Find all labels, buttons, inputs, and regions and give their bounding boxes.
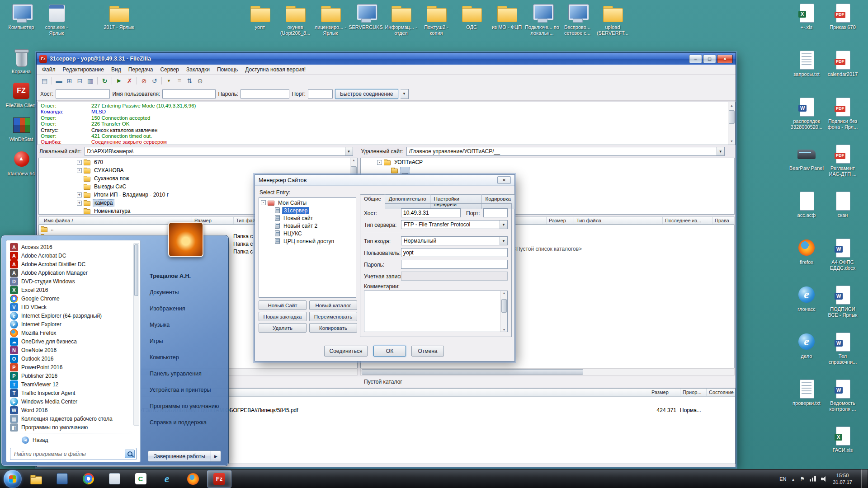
hidden-icons-chevron[interactable] — [791, 476, 795, 482]
show-desktop-button[interactable] — [861, 469, 867, 488]
desktop-icon[interactable]: ПОДПИСИ ВСЕ - Ярлык — [825, 285, 860, 332]
start-menu-place[interactable]: Устройства и принтеры — [143, 382, 226, 398]
desktop-icon[interactable]: IrfanView 64 — [4, 149, 39, 177]
desktop-icon[interactable]: из МО - ФЦП — [489, 3, 524, 36]
taskbar-button[interactable] — [181, 470, 205, 488]
clock[interactable]: 15:50 31.07.17 — [833, 472, 852, 485]
toolbar-button[interactable] — [110, 76, 114, 86]
local-site-combo[interactable]: D:\АРХИВ\камера\ ▼ — [85, 147, 353, 156]
column-header[interactable]: Приор... — [680, 389, 702, 396]
maximize-button[interactable]: □ — [703, 55, 716, 63]
column-header[interactable]: Тип файла — [574, 217, 601, 224]
column-header[interactable]: Состояние — [706, 389, 734, 396]
toolbar-button[interactable] — [139, 76, 149, 86]
desktop-icon[interactable]: распорядок 3328000520... — [789, 97, 824, 144]
tree-item[interactable]: + СУХАНОВА — [39, 166, 357, 174]
shutdown-button[interactable]: Завершение работы — [148, 450, 211, 462]
desktop-icon[interactable]: Подключе... по локальн... — [524, 3, 560, 36]
column-header[interactable]: Размер — [649, 389, 669, 396]
desktop-icon[interactable]: проверки.txt — [789, 379, 824, 426]
ok-button[interactable]: ОК — [373, 346, 406, 357]
desktop-icon[interactable]: дело — [789, 332, 824, 379]
start-menu-program[interactable]: X Excel 2016 — [8, 286, 139, 294]
scrollbar-thumb[interactable] — [362, 369, 583, 375]
desktop-icon[interactable]: SERVERCUKS — [348, 3, 383, 36]
desktop-icon[interactable]: Беспрово... сетевое с... — [560, 3, 595, 36]
start-menu-place[interactable]: Панель управления — [143, 366, 226, 382]
chevron-down-icon[interactable]: ▼ — [500, 237, 507, 245]
toolbar-button[interactable] — [54, 76, 64, 86]
user-avatar[interactable] — [168, 222, 203, 257]
menu-item[interactable]: Редактирование — [59, 66, 108, 74]
toolbar-button[interactable] — [64, 76, 75, 86]
taskbar-button[interactable]: e — [155, 470, 179, 488]
start-menu-program[interactable]: V HD VDeck — [8, 303, 139, 311]
delete-button[interactable]: Удалить — [259, 323, 307, 333]
taskbar-button[interactable] — [76, 470, 100, 488]
desktop-icon[interactable]: +-.xls — [789, 3, 824, 50]
desktop-icon[interactable]: Информац... - отдел — [383, 3, 419, 36]
start-menu-program[interactable]: ☁ OneDrive для бизнеса — [8, 337, 139, 346]
desktop-icon[interactable]: calendar2017 — [825, 50, 860, 97]
tab[interactable]: Общие — [360, 194, 385, 209]
new-bookmark-button[interactable]: Новая закладка — [259, 312, 307, 321]
window-title-bar[interactable]: Fz 31сервер - yopt@10.49.3.31 - FileZill… — [37, 53, 736, 65]
scrollbar-thumb[interactable] — [729, 110, 735, 124]
desktop-icon[interactable]: upload (SERVERFT... — [595, 3, 630, 36]
toolbar-button[interactable] — [50, 76, 54, 86]
desktop-icon[interactable]: Ведомость контроля ... — [825, 379, 860, 426]
close-icon[interactable]: ✕ — [497, 176, 511, 184]
toolbar-button[interactable] — [75, 76, 85, 86]
menu-item[interactable]: Доступна новая версия! — [241, 66, 309, 74]
toolbar-button[interactable] — [85, 76, 95, 86]
toolbar-button[interactable] — [114, 76, 124, 86]
log-scrollbar[interactable] — [728, 102, 735, 145]
desktop-icon[interactable]: BearPaw Panel — [789, 144, 824, 191]
start-menu-place[interactable]: Изображения — [143, 300, 226, 317]
shutdown-options-arrow[interactable] — [211, 450, 221, 462]
desktop-icon[interactable]: FileZilla Client — [4, 81, 39, 108]
desktop-icon[interactable]: окунев (Uopt206_8... — [278, 3, 313, 36]
start-menu-program[interactable]: T Traffic Inspector Agent — [8, 389, 139, 397]
desktop-icon[interactable]: уопт — [242, 3, 278, 36]
start-menu-program[interactable]: W Word 2016 — [8, 406, 139, 414]
start-menu-program[interactable]: T TeamViewer 12 — [8, 380, 139, 389]
remote-list-hscrollbar[interactable] — [360, 368, 735, 375]
toolbar-button[interactable] — [149, 76, 160, 86]
chevron-down-icon[interactable]: ▼ — [500, 221, 507, 229]
start-menu-program[interactable]: P PowerPoint 2016 — [8, 363, 139, 371]
column-header[interactable]: Права — [712, 217, 729, 224]
start-menu-program[interactable]: A Adobe Application Manager — [8, 268, 139, 277]
port-input[interactable] — [308, 89, 333, 99]
desktop-icon[interactable]: запросы.txt — [789, 50, 824, 97]
taskbar-button[interactable] — [24, 470, 48, 488]
toolbar-button[interactable] — [135, 76, 139, 86]
host-input[interactable] — [401, 208, 461, 217]
menu-item[interactable]: Помощь — [213, 66, 241, 74]
desktop-icon[interactable]: Пожтуш2 - копия — [419, 3, 454, 36]
desktop-icon[interactable]: 2017 - Ярлык — [101, 3, 137, 30]
expander-icon[interactable]: + — [77, 160, 82, 165]
start-menu-program[interactable]: P Publisher 2016 — [8, 371, 139, 380]
start-menu-place[interactable]: Программы по умолчанию — [143, 398, 226, 414]
menu-item[interactable]: Файл — [38, 66, 59, 74]
toolbar-button[interactable] — [174, 76, 184, 86]
user-input[interactable] — [401, 248, 508, 257]
desktop-icon[interactable]: ГАСИ.xls — [825, 426, 860, 453]
menu-item[interactable]: Сервер — [156, 66, 183, 74]
remote-site-combo[interactable]: /Главное управление/УОПТиАСР/__ ▼ — [406, 147, 725, 156]
start-menu-program[interactable]: O Outlook 2016 — [8, 354, 139, 363]
site-tree-item[interactable]: НЦУКС — [259, 230, 356, 237]
toolbar-button[interactable] — [164, 76, 174, 86]
taskbar-button[interactable] — [102, 470, 127, 488]
expander-icon[interactable]: - — [377, 160, 382, 165]
desktop-icon[interactable]: асс.асф — [789, 191, 824, 238]
search-icon[interactable] — [125, 450, 135, 458]
column-header[interactable]: Размер — [546, 217, 566, 224]
comments-scrollbar[interactable] — [500, 291, 507, 332]
chevron-down-icon[interactable]: ▼ — [345, 147, 353, 155]
quickconnect-button[interactable]: Быстрое соединение — [335, 89, 398, 99]
desktop-icon[interactable]: А4 ОФПС ЕДДС.docx — [825, 238, 860, 285]
close-button[interactable]: × — [717, 55, 733, 63]
connect-button[interactable]: Соединиться — [324, 346, 368, 357]
